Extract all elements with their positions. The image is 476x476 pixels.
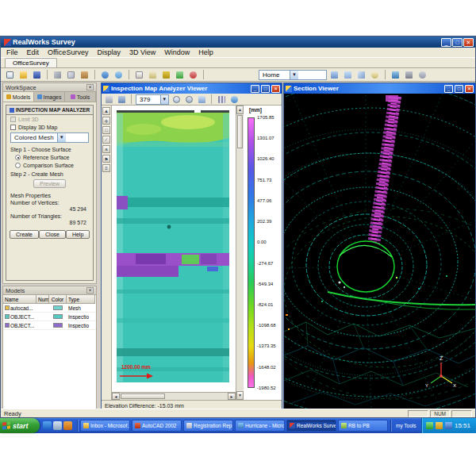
menu-help[interactable]: Help [198,48,213,56]
media-player-icon[interactable] [63,421,72,430]
close-button[interactable]: ✕ [465,85,474,93]
camera-icon[interactable] [403,69,415,80]
minimize-button[interactable]: _ [444,85,453,93]
new-icon[interactable] [4,69,16,80]
map-viewer-titlebar[interactable]: Inspection Map Analyzer Viewer _ □ ✕ [102,83,282,94]
menu-edit[interactable]: Edit [27,48,40,56]
scrollbar-thumb[interactable] [237,115,243,148]
measure-tool-icon[interactable] [160,69,172,80]
select-icon[interactable]: ▲ [102,107,110,115]
tray-volume-icon[interactable] [436,422,443,429]
chevron-down-icon[interactable]: ▼ [160,95,168,104]
view-iso-icon[interactable] [355,69,367,80]
zoom-extents-icon[interactable] [369,69,381,80]
zoom-window-icon[interactable]: □ [102,126,110,134]
maximize-button[interactable]: □ [455,85,463,93]
menu-display[interactable]: Display [97,48,121,56]
cut-icon[interactable] [52,69,63,80]
layers-icon[interactable]: ≡ [102,164,110,172]
zoom-in-icon[interactable] [171,94,182,105]
close-panel-button[interactable]: Close [39,230,66,239]
segment-tool-icon[interactable] [174,69,186,80]
table-row[interactable]: OBJECT... Inspectio [3,313,96,321]
section-viewer-titlebar[interactable]: Section Viewer _ □ ✕ [284,83,475,94]
settings-icon[interactable] [416,69,428,80]
table-row[interactable]: OBJECT... Inspectio [3,321,96,330]
menu-window[interactable]: Window [164,48,190,56]
tray-clock[interactable]: 15:51 [455,422,470,429]
close-button[interactable]: ✕ [463,38,474,47]
maximize-button[interactable]: □ [261,85,270,93]
start-button[interactable]: start [0,418,40,433]
reference-surface-radio[interactable] [15,155,21,160]
save-icon[interactable] [31,69,43,80]
tray-network-icon[interactable] [426,422,433,429]
col-num[interactable]: Num... [36,295,49,304]
flag-icon[interactable]: ⚑ [102,155,110,163]
close-button[interactable]: ✕ [271,85,280,93]
section-3d-canvas[interactable]: Z X Y [284,94,475,411]
tab-models[interactable]: Models [3,92,34,102]
view-top-icon[interactable] [328,69,340,80]
zoom-combo[interactable]: 379 % ▼ [136,94,169,105]
table-row[interactable]: autocad... Mesh [3,304,96,313]
comparison-surface-radio[interactable] [15,163,21,168]
tunnel-point-cloud[interactable]: Z X Y [284,94,475,411]
preview-button[interactable]: Preview [33,179,66,188]
tray-messenger-icon[interactable] [445,422,452,429]
taskbar-toolbar-label[interactable]: my Tools [393,423,420,428]
models-header[interactable]: Models ✕ [3,286,96,295]
paste-icon[interactable] [79,69,90,80]
col-name[interactable]: Name [3,295,36,304]
redo-icon[interactable] [113,69,125,80]
view-combo[interactable]: Home ▼ [259,70,327,80]
workspace-header[interactable]: WorkSpace ✕ [3,83,96,92]
pan-icon[interactable]: ✛ [102,117,110,125]
mesh-color-combo[interactable]: Colored Mesh ▼ [10,132,89,143]
annotate-icon[interactable]: a [102,145,110,153]
task-inbox[interactable]: Inbox - Microsof... [80,420,130,432]
map-canvas[interactable]: 1200.00 mm [112,106,236,392]
chevron-down-icon[interactable]: ▼ [57,133,66,142]
col-color[interactable]: Color [49,295,67,304]
tab-tools[interactable]: Tools [65,92,96,102]
fit-view-icon[interactable] [196,94,207,105]
task-realworks[interactable]: RealWorks Survey [286,420,336,432]
print-icon[interactable] [103,94,114,105]
tab-officesurvey[interactable]: OfficeSurvey [5,58,57,67]
horizontal-scrollbar[interactable]: ◄ ► [112,392,236,400]
menu-file[interactable]: File [6,48,18,56]
vertical-scrollbar[interactable]: ▲ ▼ [236,106,244,400]
open-icon[interactable] [17,69,29,80]
display-3d-map-checkbox[interactable] [10,125,16,130]
snapshot-icon[interactable] [116,94,127,105]
scroll-down-icon[interactable]: ▼ [236,391,244,400]
info-icon[interactable] [228,94,240,105]
task-hurricane[interactable]: Hurricane - Micro... [235,420,285,432]
scroll-right-icon[interactable]: ► [228,393,236,400]
menu-3dview[interactable]: 3D View [129,48,155,56]
scroll-up-icon[interactable]: ▲ [236,106,244,114]
models-close-icon[interactable]: ✕ [86,287,94,294]
minimize-button[interactable]: _ [251,85,259,93]
target-tool-icon[interactable] [187,69,199,80]
workspace-close-icon[interactable]: ✕ [86,84,94,90]
pan-tool-icon[interactable] [147,69,159,80]
inspection-heat-map[interactable] [112,106,236,392]
task-registration[interactable]: Registration Rep... [183,420,233,432]
app-titlebar[interactable]: RealWorks Survey _ □ ✕ [1,36,475,48]
maximize-button[interactable]: □ [452,38,463,47]
show-desktop-icon[interactable] [53,421,62,430]
create-button[interactable]: Create [10,230,39,239]
scroll-left-icon[interactable]: ◄ [112,393,120,400]
minimize-button[interactable]: _ [441,38,451,47]
zoom-out-icon[interactable] [183,94,194,105]
internet-explorer-icon[interactable] [43,421,52,430]
select-tool-icon[interactable] [133,69,145,80]
view-front-icon[interactable] [342,69,354,80]
limit-3d-checkbox[interactable] [10,117,16,122]
chevron-down-icon[interactable]: ▼ [290,71,298,79]
tab-images[interactable]: Images [34,92,65,102]
copy-icon[interactable] [65,69,77,80]
scrollbar-thumb[interactable] [121,393,165,399]
